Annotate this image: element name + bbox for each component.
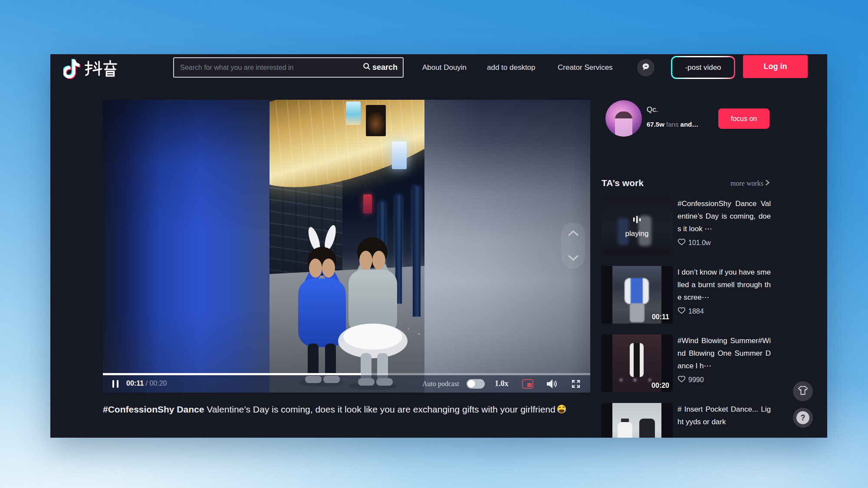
work-info: #Wind Blowing Summer#Wind Blowing One Su…: [677, 334, 771, 392]
dancers-figures: [270, 100, 424, 393]
search-icon: [363, 62, 371, 72]
creator-stats: 67.5w fans and…: [647, 121, 698, 128]
search-button[interactable]: search: [360, 58, 403, 77]
like-count: 101.0w: [688, 239, 711, 247]
chat-bubble-icon: [641, 62, 651, 73]
time-display: 00:11 / 00:20: [126, 380, 167, 387]
heart-icon: [677, 307, 686, 316]
more-works-label: more works: [730, 180, 763, 187]
works-title: TA’s work: [602, 178, 644, 188]
video-caption: #ConfessionShy Dance Valentine’s Day is …: [103, 401, 591, 419]
douyin-window: search About Douyin add to desktop Creat…: [50, 54, 827, 438]
next-video-button[interactable]: [568, 255, 579, 262]
douyin-logo[interactable]: [63, 58, 118, 81]
work-card[interactable]: 00:20 #Wind Blowing Summer#Wind Blowing …: [601, 334, 771, 392]
nav-add-to-desktop[interactable]: add to desktop: [487, 54, 536, 81]
caption-text: Valentine’s Day is coming, does it look …: [204, 404, 555, 414]
search-input[interactable]: [174, 58, 360, 77]
creator-avatar[interactable]: [605, 100, 642, 137]
follow-button[interactable]: focus on: [718, 108, 769, 129]
video-player[interactable]: 00:11 / 00:20 Auto podcast 1.0x: [103, 100, 590, 393]
heart-icon: [677, 375, 686, 384]
douyin-wordmark: [84, 59, 118, 79]
work-thumbnail[interactable]: playing: [601, 197, 673, 255]
tshirt-icon: [797, 385, 809, 397]
fans-count: 67.5w: [647, 121, 664, 128]
auto-podcast-toggle[interactable]: [467, 379, 485, 389]
douyin-note-icon: [63, 58, 81, 81]
messages-button[interactable]: [637, 59, 654, 76]
fans-label: fans: [666, 121, 678, 128]
time-separator: /: [144, 380, 149, 387]
work-card[interactable]: 00:11 I don’t know if you have smelled a…: [601, 266, 771, 324]
work-card[interactable]: # Insert Pocket Dance... Light yyds or d…: [601, 403, 771, 438]
login-button[interactable]: Log in: [743, 55, 808, 78]
playing-label: playing: [625, 229, 649, 238]
and-label: and…: [681, 121, 699, 128]
thumbnail-photo: [612, 403, 661, 438]
header: search About Douyin add to desktop Creat…: [50, 54, 827, 81]
nav-about-douyin[interactable]: About Douyin: [422, 54, 467, 81]
like-row: 9990: [677, 375, 771, 384]
previous-video-button[interactable]: [568, 229, 579, 236]
desktop-background: search About Douyin add to desktop Creat…: [0, 0, 868, 488]
time-total: 00:20: [149, 380, 167, 387]
pause-button[interactable]: [112, 380, 119, 388]
video-duration: 00:11: [652, 313, 669, 321]
work-title[interactable]: I don’t know if you have smelled a burnt…: [677, 266, 771, 304]
time-current: 00:11: [126, 380, 144, 387]
works-header: TA’s work more works: [601, 178, 771, 191]
caption-hashtag[interactable]: #ConfessionShy Dance: [103, 404, 204, 414]
more-works-link[interactable]: more works: [730, 180, 770, 187]
search-button-label: search: [372, 63, 398, 72]
heart-icon: [677, 238, 686, 247]
like-row: 1884: [677, 307, 771, 316]
like-row: 101.0w: [677, 238, 771, 247]
work-thumbnail[interactable]: 00:11: [601, 266, 673, 324]
video-blur-left: [103, 100, 270, 393]
video-nav-pill: [561, 223, 585, 269]
sidebar: Qc. 67.5w fans and… focus on TA’s work m…: [601, 100, 771, 438]
search-bar: search: [173, 57, 404, 78]
help-button[interactable]: ?: [793, 408, 813, 428]
question-mark-icon: ?: [796, 411, 809, 424]
fullscreen-button[interactable]: [571, 379, 581, 391]
merch-button[interactable]: [793, 381, 813, 401]
volume-button[interactable]: [546, 379, 557, 391]
post-video-button[interactable]: -post video: [671, 56, 735, 79]
now-playing-overlay: playing: [601, 197, 673, 255]
mini-window-icon[interactable]: [522, 379, 533, 389]
post-video-label: -post video: [672, 57, 734, 78]
nav-creator-services[interactable]: Creator Services: [558, 54, 613, 81]
work-title[interactable]: # Insert Pocket Dance... Light yyds or d…: [677, 403, 771, 428]
work-title[interactable]: #ConfessionShy Dance Valentine’s Day is …: [677, 197, 771, 235]
work-info: I don’t know if you have smelled a burnt…: [677, 266, 771, 324]
work-title[interactable]: #Wind Blowing Summer#Wind Blowing One Su…: [677, 334, 771, 372]
work-card[interactable]: playing #ConfessionShy Dance Valentine’s…: [601, 197, 771, 255]
works-list: playing #ConfessionShy Dance Valentine’s…: [601, 197, 771, 438]
work-thumbnail[interactable]: 00:20: [601, 334, 673, 392]
like-count: 1884: [688, 308, 704, 315]
work-thumbnail[interactable]: [601, 403, 673, 438]
video-content: [270, 100, 424, 393]
equalizer-icon: [632, 215, 642, 226]
creator-name[interactable]: Qc.: [647, 105, 658, 114]
auto-podcast-label: Auto podcast: [422, 380, 459, 388]
chevron-right-icon: [765, 180, 770, 187]
laughing-emoji-icon: [556, 403, 567, 419]
work-info: # Insert Pocket Dance... Light yyds or d…: [677, 403, 771, 438]
video-duration: 00:20: [651, 382, 669, 390]
like-count: 9990: [688, 376, 704, 384]
playback-speed-button[interactable]: 1.0x: [495, 379, 509, 388]
player-controls: 00:11 / 00:20 Auto podcast 1.0x: [103, 375, 590, 393]
work-info: #ConfessionShy Dance Valentine’s Day is …: [677, 197, 771, 255]
